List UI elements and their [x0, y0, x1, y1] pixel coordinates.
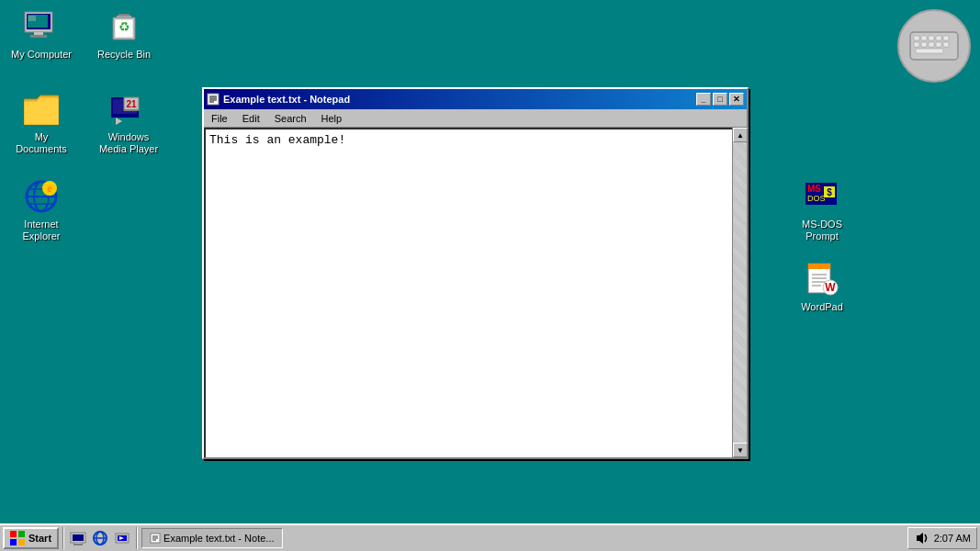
menu-file[interactable]: File — [204, 111, 235, 126]
taskbar: Start — [0, 523, 980, 551]
ql-show-desktop[interactable] — [68, 528, 88, 548]
svg-rect-47 — [929, 42, 934, 47]
svg-text:$: $ — [827, 187, 832, 197]
media-player-icon-img: 21 — [110, 91, 147, 128]
notepad-title-icon — [207, 93, 220, 106]
desktop-icon-wordpad[interactable]: W WordPad — [785, 257, 859, 317]
svg-rect-49 — [943, 42, 949, 47]
wordpad-icon-img: W — [804, 261, 840, 298]
taskbar-items: Example text.txt - Note... — [141, 528, 904, 548]
taskbar-divider-1 — [62, 527, 64, 549]
notepad-body: ▲ ▼ — [204, 128, 747, 457]
svg-rect-51 — [208, 94, 219, 105]
svg-rect-46 — [921, 42, 927, 47]
svg-rect-63 — [73, 544, 83, 545]
close-button[interactable]: ✕ — [729, 93, 744, 106]
notepad-window-controls: _ □ ✕ — [696, 93, 744, 106]
system-tray: 2:07 AM — [907, 527, 977, 549]
svg-text:DOS: DOS — [807, 194, 826, 203]
desktop-icon-ie[interactable]: e Internet Explorer — [5, 174, 78, 246]
svg-rect-41 — [921, 36, 927, 40]
quick-launch — [68, 528, 132, 548]
notepad-textarea[interactable] — [206, 129, 732, 457]
keyboard-icon — [897, 9, 971, 83]
scroll-track-vertical[interactable] — [733, 142, 747, 443]
svg-marker-14 — [116, 118, 122, 125]
start-label: Start — [28, 533, 51, 544]
svg-rect-48 — [936, 42, 941, 47]
svg-text:e: e — [47, 184, 52, 194]
svg-rect-59 — [18, 539, 25, 545]
my-documents-label: My Documents — [8, 131, 74, 155]
svg-rect-9 — [117, 16, 131, 18]
my-computer-icon-img — [23, 8, 60, 45]
svg-rect-32 — [808, 264, 830, 269]
msdos-label: MS-DOS Prompt — [789, 219, 855, 242]
svg-rect-50 — [916, 49, 943, 53]
notepad-content-area[interactable] — [204, 128, 732, 457]
menu-help[interactable]: Help — [314, 111, 350, 126]
taskbar-notepad-icon — [150, 533, 161, 544]
notepad-window[interactable]: Example text.txt - Notepad _ □ ✕ File Ed… — [202, 87, 749, 459]
svg-rect-42 — [929, 36, 934, 40]
my-computer-label: My Computer — [11, 49, 72, 61]
notepad-scrollbar-vertical[interactable]: ▲ ▼ — [732, 128, 747, 457]
svg-rect-43 — [936, 36, 941, 40]
desktop-icon-my-documents[interactable]: My Documents — [5, 87, 78, 159]
desktop: My Computer ♻ Recycle Bin My Documents — [0, 0, 980, 523]
taskbar-item-label: Example text.txt - Note... — [163, 533, 274, 544]
ql-ie[interactable] — [90, 528, 110, 548]
svg-rect-61 — [73, 534, 84, 541]
windows-logo-icon — [10, 531, 25, 545]
desktop-icon-media-player[interactable]: 21 Windows Media Player — [92, 87, 165, 159]
svg-rect-57 — [18, 531, 25, 537]
taskbar-item-notepad[interactable]: Example text.txt - Note... — [141, 528, 282, 548]
menu-search[interactable]: Search — [267, 111, 314, 126]
svg-rect-45 — [914, 42, 919, 47]
svg-text:W: W — [825, 281, 836, 294]
notepad-title: Example text.txt - Notepad — [207, 93, 350, 106]
svg-rect-5 — [28, 16, 36, 21]
msdos-icon-img: MS DOS $ — [804, 178, 840, 215]
desktop-icon-msdos[interactable]: MS DOS $ MS-DOS Prompt — [785, 174, 859, 246]
svg-rect-44 — [943, 36, 949, 40]
recycle-bin-label: Recycle Bin — [97, 49, 151, 61]
svg-marker-74 — [917, 533, 923, 544]
volume-icon[interactable] — [914, 530, 930, 546]
svg-rect-40 — [914, 36, 919, 40]
svg-text:♻: ♻ — [118, 19, 130, 34]
minimize-button[interactable]: _ — [696, 93, 711, 106]
scroll-up-button[interactable]: ▲ — [733, 128, 748, 142]
svg-rect-58 — [10, 539, 17, 545]
scroll-down-button[interactable]: ▼ — [733, 443, 748, 457]
menu-edit[interactable]: Edit — [235, 111, 267, 126]
svg-text:MS: MS — [807, 184, 821, 194]
svg-marker-12 — [24, 97, 59, 125]
svg-rect-56 — [10, 531, 17, 537]
media-player-label: Windows Media Player — [96, 131, 162, 155]
svg-rect-3 — [30, 35, 47, 38]
maximize-button[interactable]: □ — [713, 93, 727, 106]
my-documents-icon-img — [23, 91, 60, 128]
system-clock: 2:07 AM — [934, 533, 971, 544]
desktop-icon-recycle-bin[interactable]: ♻ Recycle Bin — [87, 5, 161, 64]
notepad-titlebar[interactable]: Example text.txt - Notepad _ □ ✕ — [204, 89, 747, 109]
ie-icon-img: e — [23, 178, 60, 215]
svg-text:21: 21 — [126, 99, 137, 109]
start-button[interactable]: Start — [3, 527, 59, 549]
wordpad-label: WordPad — [801, 301, 843, 313]
notepad-menubar: File Edit Search Help — [204, 109, 747, 128]
desktop-icon-my-computer[interactable]: My Computer — [5, 5, 78, 64]
taskbar-divider-2 — [136, 527, 138, 549]
ie-label: Internet Explorer — [8, 219, 74, 242]
recycle-bin-icon-img: ♻ — [106, 8, 142, 45]
ql-channels[interactable] — [112, 528, 132, 548]
svg-rect-18 — [124, 109, 139, 111]
